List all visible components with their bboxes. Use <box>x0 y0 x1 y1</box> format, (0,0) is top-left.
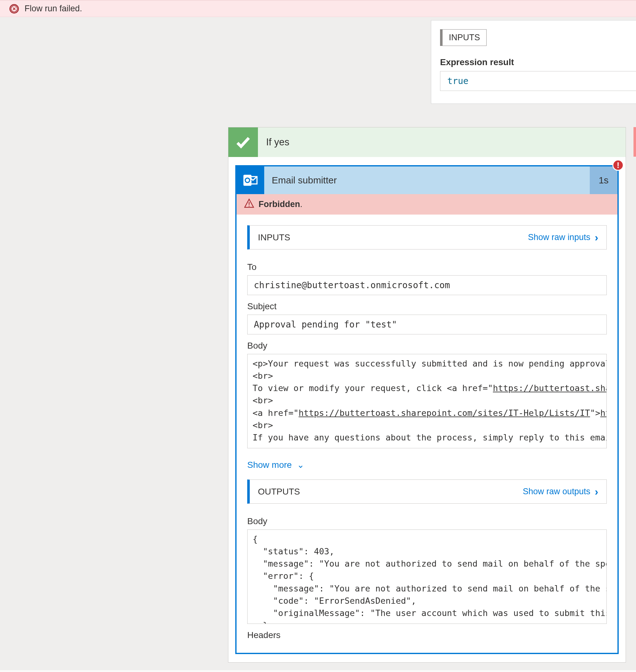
output-body-label: Body <box>247 516 607 526</box>
chevron-right-icon: › <box>595 486 598 498</box>
subject-field[interactable]: Approval pending for "test" <box>247 315 607 334</box>
outputs-section-label: OUTPUTS <box>258 487 300 497</box>
flow-run-failed-banner: Flow run failed. <box>0 0 636 17</box>
if-yes-header[interactable]: If yes <box>228 127 625 157</box>
check-icon <box>228 127 258 157</box>
show-raw-inputs-link[interactable]: Show raw inputs › <box>528 231 598 243</box>
action-error-text: Forbidden. <box>259 199 303 209</box>
show-raw-outputs-link[interactable]: Show raw outputs › <box>523 486 598 498</box>
body-label: Body <box>247 341 607 351</box>
to-label: To <box>247 262 607 272</box>
subject-label: Subject <box>247 301 607 312</box>
flow-canvas: INPUTS Expression result true If yes ! <box>0 17 636 670</box>
action-duration: 1s <box>590 166 617 194</box>
outputs-section: OUTPUTS Show raw outputs › <box>247 479 607 504</box>
email-submitter-action: Email submitter 1s Forbidden. INPUTS Sho… <box>235 165 619 654</box>
if-no-header[interactable] <box>634 127 636 157</box>
condition-inputs-card: INPUTS Expression result true <box>431 20 636 104</box>
error-circle-icon <box>9 4 19 14</box>
output-headers-label: Headers <box>247 630 607 640</box>
action-error-badge-icon: ! <box>612 159 624 171</box>
chevron-down-icon: ⌄ <box>297 460 304 470</box>
to-field[interactable]: christine@buttertoast.onmicrosoft.com <box>247 275 607 295</box>
action-error-bar: Forbidden. <box>237 194 617 215</box>
output-body-field[interactable]: { "status": 403, "message": "You are not… <box>247 530 607 624</box>
action-header[interactable]: Email submitter 1s <box>237 166 617 194</box>
inputs-section-label: INPUTS <box>258 233 290 242</box>
expression-result-value: true <box>440 71 636 91</box>
if-yes-branch: If yes ! Email submitter 1s <box>228 127 626 663</box>
if-yes-title: If yes <box>258 127 625 157</box>
svg-point-8 <box>249 205 250 206</box>
outlook-icon <box>237 166 264 194</box>
chevron-right-icon: › <box>595 231 598 243</box>
warning-triangle-icon <box>244 199 254 210</box>
show-more-link[interactable]: Show more ⌄ <box>237 448 617 476</box>
banner-text: Flow run failed. <box>24 4 82 14</box>
inputs-section: INPUTS Show raw inputs › <box>247 225 607 250</box>
expression-result-label: Expression result <box>440 57 636 67</box>
inputs-section-header: INPUTS <box>440 29 486 46</box>
body-field[interactable]: <p>Your request was successfully submitt… <box>247 354 607 448</box>
action-title: Email submitter <box>264 166 590 194</box>
